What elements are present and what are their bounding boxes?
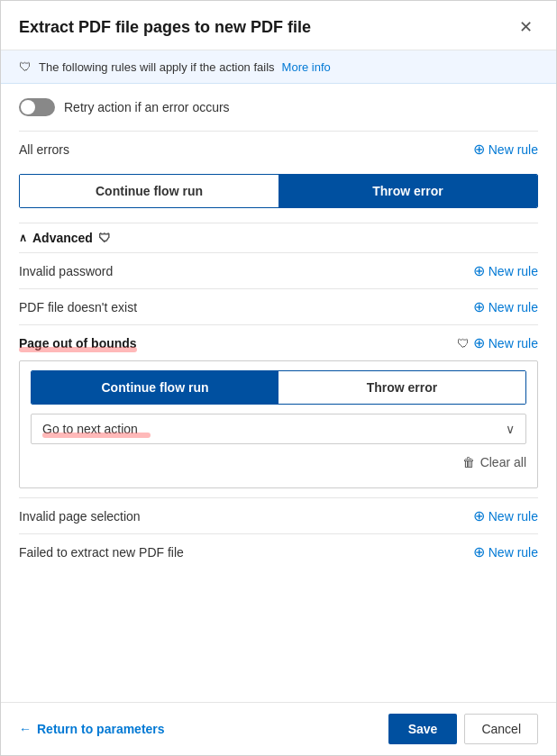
page-out-of-bounds-throw-button[interactable]: Throw error <box>278 371 525 404</box>
cancel-button[interactable]: Cancel <box>464 714 538 744</box>
invalid-password-label: Invalid password <box>19 264 113 278</box>
return-label: Return to parameters <box>37 722 165 736</box>
footer-right: Save Cancel <box>388 714 538 744</box>
plus-circle-icon-invalid-password: ⊕ <box>473 262 485 279</box>
dialog-title: Extract PDF file pages to new PDF file <box>19 18 311 37</box>
invalid-password-new-rule-label: New rule <box>489 264 538 278</box>
advanced-shield-icon: 🛡 <box>98 231 111 245</box>
plus-circle-icon-pdf-not-exist: ⊕ <box>473 298 485 315</box>
advanced-chevron-icon: ∧ <box>19 232 27 244</box>
all-errors-continue-button[interactable]: Continue flow run <box>20 175 278 207</box>
pdf-not-exist-row: PDF file doesn't exist ⊕ New rule <box>19 288 538 324</box>
dialog-footer: ← Return to parameters Save Cancel <box>1 702 556 755</box>
dialog-header: Extract PDF file pages to new PDF file ✕ <box>1 1 556 50</box>
all-errors-row: All errors ⊕ New rule <box>19 131 538 167</box>
page-out-of-bounds-label: Page out of bounds <box>19 336 137 351</box>
page-out-of-bounds-choice-bar: Continue flow run Throw error <box>31 370 526 405</box>
close-button[interactable]: ✕ <box>514 15 538 39</box>
shield-icon-banner: 🛡 <box>19 59 32 74</box>
failed-extract-label: Failed to extract new PDF file <box>19 545 184 560</box>
all-errors-throw-button[interactable]: Throw error <box>278 175 537 207</box>
arrow-left-icon: ← <box>19 722 32 736</box>
page-out-of-bounds-highlight <box>19 347 137 352</box>
page-out-of-bounds-dropdown-text: Go to next action <box>42 422 138 436</box>
invalid-password-new-rule-button[interactable]: ⊕ New rule <box>473 262 538 279</box>
all-errors-label: All errors <box>19 142 69 157</box>
dialog-body: Retry action if an error occurs All erro… <box>1 84 556 702</box>
clear-all-label: Clear all <box>480 455 526 469</box>
info-banner: 🛡 The following rules will apply if the … <box>1 50 556 84</box>
page-out-of-bounds-shield-icon: 🛡 <box>457 336 470 351</box>
pdf-not-exist-new-rule-label: New rule <box>489 300 538 314</box>
failed-extract-new-rule-button[interactable]: ⊕ New rule <box>473 543 538 560</box>
plus-circle-icon-invalid-page-selection: ⊕ <box>473 507 485 524</box>
more-info-link[interactable]: More info <box>282 60 331 74</box>
retry-toggle[interactable] <box>19 98 55 116</box>
page-out-of-bounds-rule-panel: Continue flow run Throw error Go to next… <box>19 360 538 488</box>
plus-circle-icon-failed-extract: ⊕ <box>473 543 485 560</box>
invalid-page-selection-label: Invalid page selection <box>19 509 141 524</box>
failed-extract-new-rule-label: New rule <box>489 545 538 560</box>
save-button[interactable]: Save <box>388 714 458 744</box>
pdf-not-exist-label: PDF file doesn't exist <box>19 300 137 314</box>
advanced-header[interactable]: ∧ Advanced 🛡 <box>19 223 538 252</box>
info-banner-text: The following rules will apply if the ac… <box>39 60 275 74</box>
retry-toggle-label: Retry action if an error occurs <box>64 100 230 114</box>
page-out-of-bounds-new-rule-button[interactable]: ⊕ New rule <box>473 334 538 351</box>
dropdown-chevron-icon: ∨ <box>506 422 515 436</box>
all-errors-choice-bar: Continue flow run Throw error <box>19 174 538 208</box>
plus-circle-icon-all-errors: ⊕ <box>473 141 485 158</box>
advanced-section: ∧ Advanced 🛡 Invalid password ⊕ New rule… <box>19 223 538 569</box>
page-out-of-bounds-row: Page out of bounds 🛡 ⊕ New rule <box>19 324 538 360</box>
page-out-of-bounds-continue-button[interactable]: Continue flow run <box>32 371 278 404</box>
clear-all-row[interactable]: 🗑 Clear all <box>31 451 526 478</box>
trash-icon: 🗑 <box>462 455 475 469</box>
advanced-label: Advanced <box>32 231 93 245</box>
page-out-of-bounds-new-rule-label: New rule <box>489 336 538 351</box>
invalid-page-selection-new-rule-button[interactable]: ⊕ New rule <box>473 507 538 524</box>
page-out-of-bounds-dropdown[interactable]: Go to next action ∨ <box>31 414 526 444</box>
all-errors-new-rule-button[interactable]: ⊕ New rule <box>473 141 538 158</box>
dropdown-underline <box>42 433 151 438</box>
invalid-password-row: Invalid password ⊕ New rule <box>19 252 538 288</box>
invalid-page-selection-row: Invalid page selection ⊕ New rule <box>19 497 538 533</box>
return-to-parameters-button[interactable]: ← Return to parameters <box>19 722 165 736</box>
toggle-knob <box>21 100 35 114</box>
retry-toggle-row: Retry action if an error occurs <box>19 98 538 116</box>
failed-extract-row: Failed to extract new PDF file ⊕ New rul… <box>19 533 538 569</box>
all-errors-new-rule-label: New rule <box>489 142 538 157</box>
invalid-page-selection-new-rule-label: New rule <box>489 509 538 524</box>
plus-circle-icon-page-out-of-bounds: ⊕ <box>473 334 485 351</box>
dialog: Extract PDF file pages to new PDF file ✕… <box>0 0 557 756</box>
pdf-not-exist-new-rule-button[interactable]: ⊕ New rule <box>473 298 538 315</box>
